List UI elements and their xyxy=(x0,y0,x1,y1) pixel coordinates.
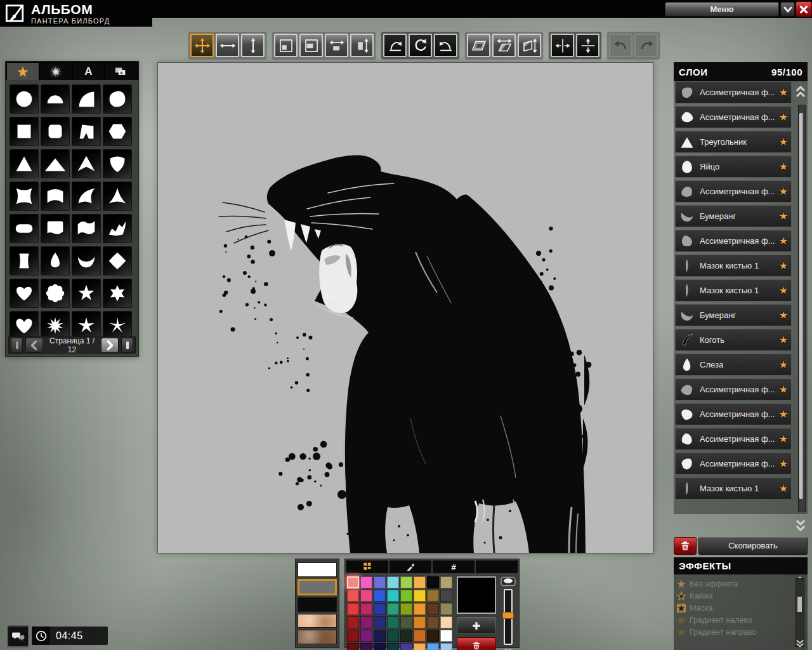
shape-zigzag[interactable] xyxy=(103,214,132,243)
palette-color[interactable] xyxy=(427,616,439,628)
layer-row[interactable]: Слеза★ xyxy=(675,354,792,376)
palette-color[interactable] xyxy=(400,590,412,602)
shape-quarter-circle[interactable] xyxy=(72,84,101,114)
effects-scrollbar-thumb[interactable] xyxy=(797,597,802,612)
redo-button[interactable] xyxy=(634,34,658,57)
shape-heart[interactable] xyxy=(10,279,39,308)
star-icon[interactable]: ★ xyxy=(779,334,788,346)
layer-row[interactable]: Ассиметричная ф...★ xyxy=(675,403,792,425)
layer-row[interactable]: Ассиметричная ф...★ xyxy=(675,81,792,103)
layer-row[interactable]: Ассиметричная ф...★ xyxy=(675,428,792,450)
skew-horizontal-button[interactable] xyxy=(492,34,516,57)
shape-pill[interactable] xyxy=(10,214,39,243)
palette-color[interactable] xyxy=(414,590,426,602)
star-icon[interactable]: ★ xyxy=(779,235,788,247)
material-swatch[interactable] xyxy=(298,562,337,577)
layer-row[interactable]: Ассиметричная ф...★ xyxy=(675,106,792,128)
star-icon[interactable]: ★ xyxy=(779,161,788,173)
palette-color[interactable] xyxy=(414,630,426,642)
palette-color[interactable] xyxy=(347,576,359,588)
palette-color[interactable] xyxy=(387,616,399,628)
palette-color[interactable] xyxy=(414,616,426,628)
layer-row[interactable]: Ассиметричная ф...★ xyxy=(675,230,792,252)
shape-star6[interactable] xyxy=(103,279,132,308)
layer-row[interactable]: Мазок кистью 1★ xyxy=(675,279,792,302)
move-button[interactable] xyxy=(190,34,214,57)
palette-color[interactable] xyxy=(427,603,439,615)
layer-row[interactable]: Бумеранг★ xyxy=(675,205,792,227)
palette-color[interactable] xyxy=(440,603,452,615)
layers-scrollbar[interactable] xyxy=(798,105,806,512)
shape-half-circle[interactable] xyxy=(41,84,70,114)
palette-color[interactable] xyxy=(400,643,412,650)
shape-star5[interactable] xyxy=(72,279,101,308)
first-page-button[interactable] xyxy=(11,338,23,353)
material-swatch[interactable] xyxy=(298,579,337,596)
palette-color[interactable] xyxy=(360,616,372,628)
layer-row[interactable]: Бумеранг★ xyxy=(675,304,792,326)
palette-color[interactable] xyxy=(374,616,386,628)
shape-blob[interactable] xyxy=(103,84,132,114)
opacity-slider-handle[interactable] xyxy=(502,612,514,619)
shape-shield[interactable] xyxy=(103,149,132,178)
palette-color[interactable] xyxy=(440,630,452,642)
palette-color[interactable] xyxy=(387,630,399,642)
shape-teardrop[interactable] xyxy=(41,246,70,275)
delete-color-button[interactable] xyxy=(457,637,496,650)
material-swatch[interactable] xyxy=(298,597,337,612)
palette-color[interactable] xyxy=(374,603,386,615)
tab-hex[interactable]: # xyxy=(433,560,475,573)
palette-color[interactable] xyxy=(387,603,399,615)
star-icon[interactable]: ★ xyxy=(779,433,788,445)
shape-hourglass[interactable] xyxy=(10,246,39,275)
palette-color[interactable] xyxy=(387,576,399,588)
material-swatch[interactable] xyxy=(298,614,337,628)
shape-tri-pillow[interactable] xyxy=(103,182,132,211)
move-horizontal-button[interactable] xyxy=(216,34,239,57)
rotate-left-button[interactable] xyxy=(434,34,457,57)
skew-button[interactable] xyxy=(467,34,490,57)
undo-button[interactable] xyxy=(609,34,632,57)
effect-item[interactable]: Градиент направо xyxy=(676,626,805,638)
palette-color[interactable] xyxy=(427,643,439,650)
tab-text[interactable]: A xyxy=(73,63,105,80)
palette-color[interactable] xyxy=(347,590,359,602)
palette-color[interactable] xyxy=(374,590,386,602)
last-page-button[interactable] xyxy=(121,338,133,353)
star-icon[interactable]: ★ xyxy=(779,383,788,395)
palette-color[interactable] xyxy=(400,603,412,615)
shape-circle[interactable] xyxy=(10,84,39,114)
shape-triangle[interactable] xyxy=(10,149,39,178)
scale-free-button[interactable] xyxy=(299,34,323,57)
star-icon[interactable]: ★ xyxy=(779,111,788,123)
flip-horizontal-button[interactable] xyxy=(551,34,574,57)
menu-button[interactable]: Меню xyxy=(665,2,779,17)
star-icon[interactable]: ★ xyxy=(779,185,788,197)
shape-flower[interactable] xyxy=(41,279,70,308)
scale-proportional-button[interactable] xyxy=(274,34,298,57)
shape-crescent[interactable] xyxy=(72,246,101,275)
tab-images[interactable] xyxy=(105,63,137,80)
material-swatch[interactable] xyxy=(298,630,337,644)
star-icon[interactable]: ★ xyxy=(779,408,788,420)
palette-color[interactable] xyxy=(414,576,426,588)
star-icon[interactable]: ★ xyxy=(779,284,788,296)
layer-row[interactable]: Треугольник★ xyxy=(675,131,792,153)
shape-polygon[interactable] xyxy=(72,117,101,146)
effect-item[interactable]: Без эффекта xyxy=(676,578,805,590)
shape-wave-flag[interactable] xyxy=(72,214,101,243)
tab-shapes[interactable] xyxy=(7,63,39,80)
star-icon[interactable]: ★ xyxy=(779,136,788,148)
effect-item[interactable]: Кайма xyxy=(676,590,805,602)
tab-empty[interactable] xyxy=(476,560,518,573)
star-icon[interactable]: ★ xyxy=(779,482,788,494)
palette-color[interactable] xyxy=(440,590,452,602)
next-page-button[interactable] xyxy=(101,338,119,353)
tab-palette[interactable] xyxy=(346,560,388,573)
palette-color[interactable] xyxy=(360,643,372,650)
star-icon[interactable]: ★ xyxy=(779,210,788,222)
palette-color[interactable] xyxy=(374,643,386,650)
opacity-slider-track[interactable] xyxy=(504,589,513,645)
palette-color[interactable] xyxy=(347,616,359,628)
rotate-button[interactable] xyxy=(409,34,432,57)
